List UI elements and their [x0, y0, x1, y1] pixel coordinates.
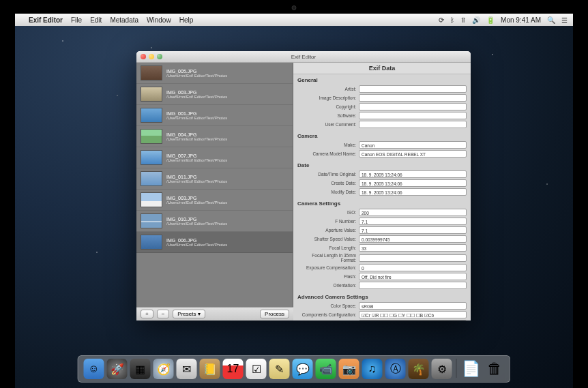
dock-mail-icon[interactable]: ✉: [177, 359, 197, 379]
thumbnail: [141, 108, 162, 123]
file-name: IMG_001.JPG: [166, 111, 227, 116]
thumbnail: [141, 213, 162, 228]
file-row[interactable]: IMG_004.JPG /Users/mn/Exif Editor/Test/P…: [136, 126, 293, 147]
field-input[interactable]: [359, 282, 467, 289]
process-button[interactable]: Process: [260, 310, 289, 318]
battery-icon[interactable]: 🔋: [486, 16, 495, 24]
field-input[interactable]: 18. 9. 2005 13:24:06: [359, 170, 467, 178]
file-row[interactable]: IMG_007.JPG /Users/mn/Exif Editor/Test/P…: [136, 147, 293, 168]
sync-icon[interactable]: ⟳: [439, 16, 444, 24]
thumbnail: [141, 150, 162, 165]
wifi-icon[interactable]: ⥣: [460, 16, 466, 24]
file-row[interactable]: IMG_003.JPG /Users/mn/Exif Editor/Test/P…: [136, 190, 293, 211]
field-input[interactable]: 33: [359, 244, 467, 252]
menu-help[interactable]: Help: [179, 16, 194, 24]
file-row[interactable]: IMG_005.JPG /Users/mn/Exif Editor/Test/P…: [136, 63, 293, 84]
field-label: Exposure Compensation:: [297, 265, 359, 270]
menu-edit[interactable]: Edit: [90, 16, 102, 24]
exif-pane[interactable]: Exif Data GeneralArtist: Image Descripti…: [293, 63, 471, 320]
zoom-button[interactable]: [157, 54, 162, 59]
app-name-menu[interactable]: Exif Editor: [29, 16, 63, 24]
dock-safari-icon[interactable]: 🧭: [153, 359, 174, 379]
thumbnail: [141, 87, 162, 102]
field-label: Image Description:: [297, 95, 359, 100]
field-input[interactable]: Canon EOS DIGITAL REBEL XT: [359, 150, 467, 158]
field-label: Flash:: [297, 274, 359, 279]
file-row[interactable]: IMG_001.JPG /Users/mn/Exif Editor/Test/P…: [136, 105, 293, 126]
dock-separator: [456, 359, 457, 378]
field-input[interactable]: 18. 9. 2005 13:24:06: [359, 179, 467, 187]
field-label: Artist:: [297, 87, 359, 91]
dock-iphoto-icon[interactable]: 🌴: [409, 359, 429, 379]
minimize-button[interactable]: [149, 54, 154, 59]
dock-messages-icon[interactable]: 💬: [293, 359, 313, 379]
dock-finder-icon[interactable]: ☺: [84, 359, 104, 379]
menu-metadata[interactable]: Metadata: [110, 16, 138, 24]
section-head: Camera Settings: [293, 199, 471, 208]
dock-trash-icon[interactable]: 🗑: [484, 359, 505, 379]
file-path: /Users/mn/Exif Editor/Test/Photos: [166, 116, 227, 120]
file-list[interactable]: IMG_005.JPG /Users/mn/Exif Editor/Test/P…: [136, 63, 293, 307]
field-input[interactable]: 18. 9. 2005 13:24:06: [359, 188, 467, 196]
close-button[interactable]: [141, 54, 146, 59]
spotlight-icon[interactable]: 🔍: [547, 16, 555, 24]
dock-notes-icon[interactable]: ✎: [269, 359, 290, 379]
file-name: IMG_005.JPG: [166, 69, 227, 74]
titlebar[interactable]: Exif Editor: [136, 51, 471, 63]
field-input[interactable]: 7.1: [359, 226, 467, 234]
field-input[interactable]: 7.1: [359, 218, 467, 225]
field-input[interactable]: ☑Cr ☑R ☐☐ ☐G ☐Y ☐☐ ☐B ☑Cb: [359, 311, 467, 318]
thumbnail: [141, 171, 162, 186]
dock-reminders-icon[interactable]: ☑: [246, 359, 267, 379]
file-row[interactable]: IMG_006.JPG /Users/mn/Exif Editor/Test/P…: [136, 232, 293, 253]
field-input[interactable]: 200: [359, 209, 467, 216]
add-button[interactable]: +: [141, 310, 153, 318]
menu-window[interactable]: Window: [147, 16, 171, 24]
thumbnail: [141, 65, 162, 80]
laptop-camera: [292, 5, 297, 10]
field-input[interactable]: [359, 254, 467, 262]
dock-launchpad-icon[interactable]: 🚀: [107, 359, 128, 379]
field-label: Focal Length In 35mm Format:: [297, 253, 359, 263]
dock-appstore-icon[interactable]: Ⓐ: [385, 359, 406, 379]
menu-file[interactable]: File: [71, 16, 82, 24]
dock-downloads-icon[interactable]: 📄: [461, 359, 482, 379]
dock-contacts-icon[interactable]: 📒: [200, 359, 220, 379]
field-label: Date/Time Original:: [297, 172, 359, 177]
file-name: IMG_004.JPG: [166, 132, 227, 137]
bluetooth-icon[interactable]: ᛒ: [450, 16, 454, 24]
file-row[interactable]: IMG_011.JPG /Users/mn/Exif Editor/Test/P…: [136, 168, 293, 190]
file-name: IMG_010.JPG: [166, 217, 227, 222]
dock-mission-control-icon[interactable]: ▦: [130, 359, 151, 379]
dock-photobooth-icon[interactable]: 📷: [339, 359, 359, 379]
dock-calendar-icon[interactable]: 17: [223, 359, 244, 379]
dock-itunes-icon[interactable]: ♫: [362, 359, 383, 379]
field-input[interactable]: Auto: [359, 320, 467, 320]
field-input[interactable]: 0: [359, 264, 467, 271]
presets-button[interactable]: Presets ▾: [173, 310, 205, 318]
dock-facetime-icon[interactable]: 📹: [316, 359, 336, 379]
remove-button[interactable]: −: [157, 310, 170, 318]
file-path: /Users/mn/Exif Editor/Test/Photos: [166, 200, 227, 205]
clock[interactable]: Mon 9:41 AM: [501, 16, 541, 24]
field-input[interactable]: Off, Did not fire: [359, 273, 467, 280]
field-input[interactable]: [359, 121, 467, 128]
field-input[interactable]: Canon: [359, 141, 467, 149]
file-row[interactable]: IMG_010.JPG /Users/mn/Exif Editor/Test/P…: [136, 211, 293, 232]
notification-icon[interactable]: ☰: [561, 16, 568, 24]
file-row[interactable]: IMG_003.JPG /Users/mn/Exif Editor/Test/P…: [136, 84, 293, 105]
file-name: IMG_003.JPG: [166, 196, 227, 200]
file-name: IMG_003.JPG: [166, 90, 227, 95]
field-input[interactable]: 0.0039999745: [359, 235, 467, 243]
field-label: Make:: [297, 143, 359, 147]
field-label: Camera Model Name:: [297, 151, 359, 156]
field-label: Color Space:: [297, 303, 359, 308]
field-input[interactable]: [359, 94, 467, 102]
field-input[interactable]: [359, 85, 467, 93]
field-input[interactable]: [359, 103, 467, 110]
field-input[interactable]: [359, 112, 467, 119]
volume-icon[interactable]: 🔊: [472, 16, 480, 24]
window-title: Exif Editor: [291, 54, 316, 60]
dock-preferences-icon[interactable]: ⚙: [432, 359, 452, 379]
field-input[interactable]: sRGB: [359, 302, 467, 310]
